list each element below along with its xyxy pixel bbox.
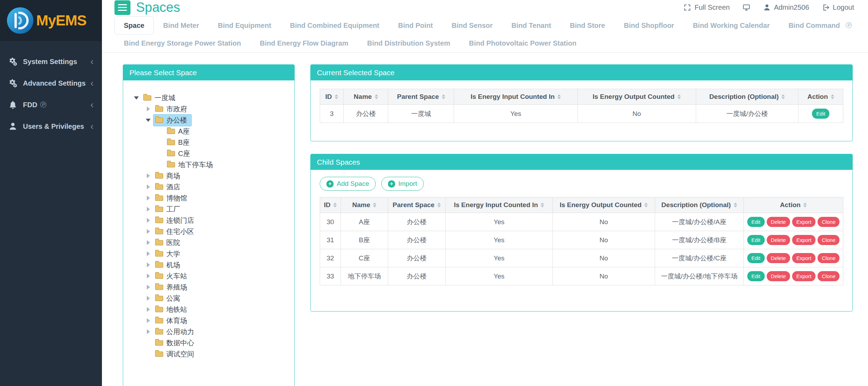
expand-arrow-icon[interactable] [143, 240, 153, 245]
tree-node-label[interactable]: 地下停车场 [165, 159, 217, 171]
tree-node-label[interactable]: 调试空间 [153, 348, 199, 360]
tree-node-label[interactable]: 商场 [153, 170, 185, 182]
add-space-button[interactable]: +Add Space [320, 177, 376, 191]
tab-bind-equipment[interactable]: Bind Equipment [208, 16, 280, 34]
tree-node-label[interactable]: 大学 [153, 248, 185, 260]
tree-node-label[interactable]: 体育场 [153, 315, 192, 327]
expand-arrow-icon[interactable] [143, 329, 153, 334]
sidebar-item-users-privileges[interactable]: Users & Privileges‹ [0, 116, 102, 137]
delete-button[interactable]: Delete [767, 217, 790, 227]
clone-button[interactable]: Clone [818, 253, 839, 263]
tree-node-label[interactable]: 养殖场 [153, 281, 192, 293]
expand-arrow-icon[interactable] [143, 285, 153, 290]
expand-arrow-icon[interactable] [143, 307, 153, 312]
brand[interactable]: MyEMS [0, 0, 102, 41]
tree-node-label[interactable]: C座 [165, 148, 194, 160]
column-header-parent-space[interactable]: Parent Space [388, 89, 454, 105]
user-menu[interactable]: Admin2506 [763, 3, 809, 11]
expand-arrow-icon[interactable] [143, 196, 153, 200]
edit-button[interactable]: Edit [747, 253, 765, 263]
column-header-is-energy-output-counted[interactable]: Is Energy Output Counted [578, 89, 696, 105]
column-header-name[interactable]: Name [344, 89, 388, 105]
tab-space[interactable]: Space [114, 16, 154, 34]
logout-button[interactable]: Logout [822, 3, 854, 11]
tree-node-label[interactable]: 办公楼 [153, 114, 192, 126]
clone-button[interactable]: Clone [818, 271, 839, 281]
tab-bind-sensor[interactable]: Bind Sensor [442, 16, 502, 34]
column-header-description-optional[interactable]: Description (Optional) [696, 89, 798, 105]
tab-bind-combined-equipment[interactable]: Bind Combined Equipment [281, 16, 389, 34]
sidebar-item-system-settings[interactable]: System Settings‹ [0, 51, 102, 72]
expand-arrow-icon[interactable] [143, 207, 153, 212]
tab-bind-tenant[interactable]: Bind Tenant [502, 16, 560, 34]
tab-bind-store[interactable]: Bind Store [560, 16, 614, 34]
export-button[interactable]: Export [792, 217, 815, 227]
collapse-arrow-icon[interactable] [143, 119, 153, 122]
tree-node-label[interactable]: 连锁门店 [153, 214, 199, 227]
column-header-id[interactable]: ID [320, 197, 341, 213]
tree-node-label[interactable]: 地铁站 [153, 304, 192, 316]
edit-button[interactable]: Edit [747, 217, 765, 227]
tab-bind-command[interactable]: Bind CommandⓅ [779, 16, 861, 34]
tree-node-label[interactable]: 数据中心 [153, 337, 199, 349]
collapse-arrow-icon[interactable] [132, 96, 141, 100]
column-header-is-energy-output-counted[interactable]: Is Energy Output Counted [553, 197, 655, 213]
column-header-name[interactable]: Name [341, 197, 388, 213]
edit-button[interactable]: Edit [747, 235, 765, 245]
tree-node-label[interactable]: A座 [165, 125, 194, 137]
edit-button[interactable]: Edit [812, 109, 829, 119]
column-header-is-energy-input-counted-in[interactable]: Is Energy Input Counted In [454, 89, 578, 105]
delete-button[interactable]: Delete [767, 235, 790, 245]
expand-arrow-icon[interactable] [143, 296, 153, 301]
expand-arrow-icon[interactable] [143, 173, 153, 178]
expand-arrow-icon[interactable] [143, 229, 153, 234]
sidebar-item-advanced-settings[interactable]: Advanced Settings‹ [0, 72, 102, 94]
tree-node-label[interactable]: 火车站 [153, 270, 192, 282]
delete-button[interactable]: Delete [767, 271, 790, 281]
column-header-action[interactable]: Action [744, 197, 843, 213]
delete-button[interactable]: Delete [767, 253, 790, 263]
clone-button[interactable]: Clone [818, 217, 839, 227]
tree-node-label[interactable]: 酒店 [153, 181, 185, 193]
sidebar-item-fdd[interactable]: FDDⓅ‹ [0, 94, 102, 116]
export-button[interactable]: Export [792, 271, 815, 281]
column-header-id[interactable]: ID [320, 89, 344, 105]
expand-arrow-icon[interactable] [143, 218, 153, 223]
column-header-description-optional[interactable]: Description (Optional) [655, 197, 744, 213]
tab-bind-point[interactable]: Bind Point [389, 16, 442, 34]
expand-arrow-icon[interactable] [143, 262, 153, 267]
tree-node-label[interactable]: 公用动力 [153, 326, 199, 338]
menu-toggle-button[interactable] [114, 0, 130, 15]
expand-arrow-icon[interactable] [143, 251, 153, 256]
full-screen-button[interactable]: Full Screen [683, 3, 730, 11]
tree-node-label[interactable]: 市政府 [153, 103, 192, 115]
tree-node-label[interactable]: 住宅小区 [153, 226, 199, 238]
edit-button[interactable]: Edit [747, 271, 765, 281]
import-button[interactable]: +Import [381, 177, 424, 191]
tab-bind-shopfloor[interactable]: Bind Shopfloor [614, 16, 683, 34]
display-button[interactable] [742, 3, 750, 11]
column-header-parent-space[interactable]: Parent Space [388, 197, 445, 213]
tab-bind-distribution-system[interactable]: Bind Distribution System [358, 34, 460, 52]
export-button[interactable]: Export [792, 253, 815, 263]
tree-node-label[interactable]: 博物馆 [153, 192, 192, 204]
tab-bind-energy-flow-diagram[interactable]: Bind Energy Flow Diagram [250, 34, 358, 52]
expand-arrow-icon[interactable] [143, 274, 153, 278]
tree-node-label[interactable]: 医院 [153, 237, 185, 249]
export-button[interactable]: Export [792, 235, 815, 245]
column-header-action[interactable]: Action [798, 89, 843, 105]
tab-bind-meter[interactable]: Bind Meter [154, 16, 208, 34]
expand-arrow-icon[interactable] [143, 184, 153, 189]
clone-button[interactable]: Clone [818, 235, 839, 245]
tab-bind-energy-storage-power-station[interactable]: Bind Energy Storage Power Station [114, 34, 250, 52]
tab-bind-working-calendar[interactable]: Bind Working Calendar [684, 16, 779, 34]
tree-node-label[interactable]: B座 [165, 136, 194, 149]
tab-bind-photovoltaic-power-station[interactable]: Bind Photovoltaic Power Station [460, 34, 586, 52]
column-header-is-energy-input-counted-in[interactable]: Is Energy Input Counted In [445, 197, 552, 213]
tree-node-label[interactable]: 机场 [153, 259, 185, 271]
tree-node-label[interactable]: 公寓 [153, 292, 185, 305]
expand-arrow-icon[interactable] [143, 318, 153, 323]
tree-node-label[interactable]: 工厂 [153, 203, 185, 215]
tree-node-label[interactable]: 一度城 [141, 92, 180, 104]
expand-arrow-icon[interactable] [143, 107, 153, 111]
